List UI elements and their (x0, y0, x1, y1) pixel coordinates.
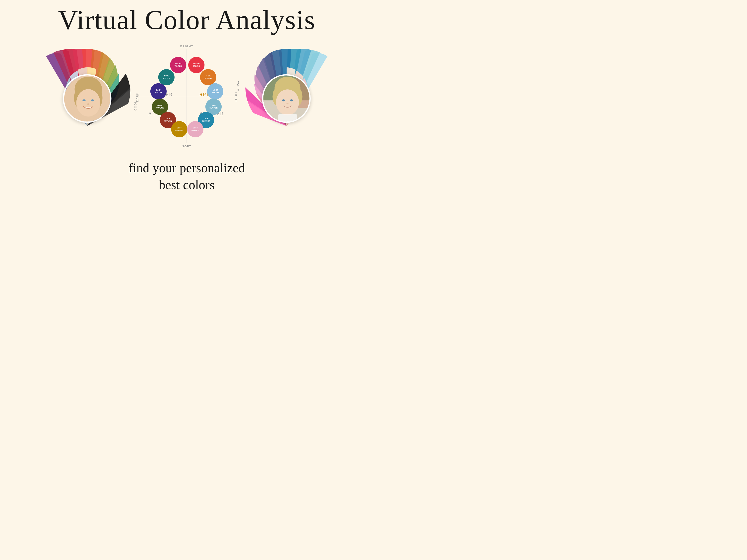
svg-text:TRUE: TRUE (206, 75, 211, 77)
svg-text:SUMMER: SUMMER (191, 129, 200, 131)
svg-text:SUMMER: SUMMER (202, 120, 210, 122)
svg-text:WINTER: WINTER (163, 77, 170, 79)
svg-text:AUTUMN: AUTUMN (156, 107, 164, 109)
main-content: BRIGHT SOFT WARM COOL DARK LIGHT WINTER … (0, 43, 374, 150)
svg-point-5 (83, 99, 86, 101)
svg-text:DARK: DARK (157, 104, 163, 107)
svg-text:LIGHT: LIGHT (211, 104, 216, 107)
subtitle-line2: best colors (159, 178, 215, 192)
svg-text:DARK: DARK (156, 89, 161, 91)
svg-point-41 (276, 89, 299, 115)
page-title: Virtual Color Analysis (58, 5, 315, 35)
bright-label: BRIGHT (180, 45, 194, 48)
fan-right (240, 49, 332, 143)
svg-text:SOFT: SOFT (177, 127, 182, 129)
svg-text:TRUE: TRUE (203, 117, 208, 120)
svg-point-44 (287, 103, 289, 104)
svg-text:SPRING: SPRING (193, 65, 200, 67)
svg-text:BRIGHT: BRIGHT (175, 62, 182, 65)
svg-text:SOFT: SOFT (193, 127, 198, 129)
svg-text:SPRING: SPRING (212, 91, 218, 94)
color-wheel-svg: BRIGHT SOFT WARM COOL DARK LIGHT WINTER … (133, 43, 240, 150)
page: Virtual Color Analysis (0, 0, 374, 280)
soft-label: SOFT (182, 145, 191, 148)
subtitle-line1: find your personalized (128, 161, 245, 175)
svg-point-43 (290, 99, 293, 101)
svg-point-7 (87, 103, 89, 105)
dark-label: DARK (136, 92, 139, 102)
light-label: LIGHT (235, 92, 237, 103)
svg-text:LIGHT: LIGHT (212, 89, 218, 91)
fan-left (41, 49, 133, 143)
svg-rect-45 (278, 114, 297, 123)
svg-text:TRUE: TRUE (165, 117, 170, 120)
svg-text:AUTUMN: AUTUMN (175, 129, 183, 131)
svg-point-6 (91, 99, 94, 101)
subtitle: find your personalized best colors (128, 160, 245, 193)
svg-text:WINTER: WINTER (155, 91, 162, 94)
svg-text:SUMMER: SUMMER (209, 107, 217, 109)
svg-point-42 (282, 99, 285, 101)
svg-text:TRUE: TRUE (164, 75, 169, 77)
svg-point-4 (76, 89, 100, 116)
svg-text:SPRING: SPRING (205, 77, 212, 79)
svg-text:BRIGHT: BRIGHT (193, 62, 200, 65)
color-wheel: BRIGHT SOFT WARM COOL DARK LIGHT WINTER … (133, 43, 240, 150)
svg-text:WINTER: WINTER (175, 65, 182, 67)
svg-text:AUTUMN: AUTUMN (164, 120, 172, 122)
portrait-left (63, 74, 111, 123)
portrait-right (262, 74, 311, 123)
warm-label: WARM (236, 81, 239, 91)
cool-label: COOL (134, 101, 137, 110)
